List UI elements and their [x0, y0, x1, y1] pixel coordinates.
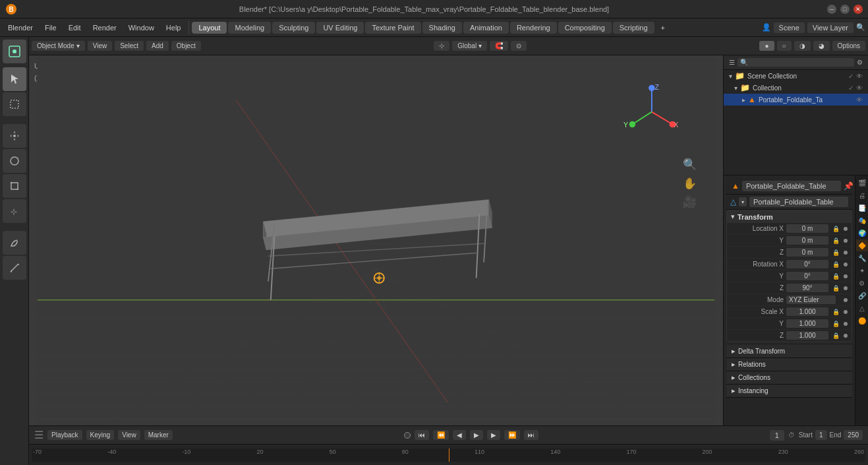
scale-y-dot[interactable] [844, 322, 848, 326]
scene-selector[interactable]: Scene [774, 22, 805, 33]
outliner-search-input[interactable]: 🔍 [738, 58, 854, 67]
tab-uv-editing[interactable]: UV Editing [316, 22, 364, 34]
loc-z-keyframe-dot[interactable] [844, 251, 848, 255]
start-frame[interactable]: 1 [815, 430, 827, 440]
playback-button[interactable]: Playback [47, 430, 82, 440]
playhead[interactable] [449, 449, 449, 462]
rotate-tool[interactable] [3, 149, 26, 173]
next-frame-button[interactable]: ▶ [487, 430, 500, 440]
collection-check-icon[interactable]: ✓ [848, 84, 854, 92]
view-menu[interactable]: View [88, 41, 113, 51]
loc-x-lock-icon[interactable]: 🔒 [832, 226, 840, 232]
tab-modeling[interactable]: Modeling [228, 22, 271, 34]
viewport-shading-wire[interactable]: ○ [777, 41, 792, 51]
minimize-button[interactable]: ─ [827, 5, 836, 14]
rot-x-dot[interactable] [844, 263, 848, 266]
move-tool[interactable] [3, 124, 26, 148]
marker-button[interactable]: Marker [144, 430, 173, 440]
current-frame[interactable]: 1 [770, 430, 784, 441]
menu-window[interactable]: Window [123, 22, 159, 33]
select-menu[interactable]: Select [115, 41, 144, 51]
jump-start-button[interactable]: ⏮ [415, 430, 429, 440]
location-y-value[interactable]: 0 m [786, 236, 828, 245]
viewport-shading-render[interactable]: ◕ [813, 41, 830, 51]
delta-transform-section[interactable]: ▸ Delta Transform [726, 345, 852, 358]
scale-z-lock-icon[interactable]: 🔒 [832, 332, 840, 339]
viewport-shading-solid[interactable]: ● [759, 41, 774, 51]
menu-file[interactable]: File [40, 22, 62, 33]
render-props-icon[interactable]: 🎬 [856, 177, 868, 189]
rot-y-lock-icon[interactable]: 🔒 [832, 273, 840, 280]
loc-x-keyframe-dot[interactable] [844, 227, 848, 231]
proportional-edit[interactable]: ⊙ [511, 41, 527, 51]
scale-z-value[interactable]: 1.000 [786, 331, 828, 340]
mode-dot[interactable] [844, 298, 848, 302]
object-menu[interactable]: Object [171, 41, 201, 51]
loc-y-lock-icon[interactable]: 🔒 [832, 237, 840, 244]
rot-x-lock-icon[interactable]: 🔒 [832, 261, 840, 268]
rotation-x-value[interactable]: 0° [786, 260, 828, 268]
menu-edit[interactable]: Edit [63, 22, 86, 33]
keying-button[interactable]: Keying [86, 430, 115, 440]
viewport-3d[interactable]: User Perspective (1) Collection | Portab… [29, 55, 723, 425]
tab-rendering[interactable]: Rendering [510, 22, 557, 34]
scale-x-value[interactable]: 1.000 [786, 307, 828, 316]
output-props-icon[interactable]: 🖨 [856, 189, 868, 201]
menu-blender[interactable]: Blender [3, 22, 38, 33]
collection-eye-icon[interactable]: 👁 [856, 84, 863, 92]
scale-x-lock-icon[interactable]: 🔒 [832, 309, 840, 315]
tab-shading[interactable]: Shading [422, 22, 462, 34]
jump-end-button[interactable]: ⏭ [524, 430, 538, 440]
tab-sculpting[interactable]: Sculpting [272, 22, 315, 34]
view-layer-selector[interactable]: View Layer [807, 22, 854, 33]
transform-tool[interactable]: ⊹ [3, 199, 26, 223]
scale-y-value[interactable]: 1.000 [786, 319, 828, 328]
end-frame[interactable]: 250 [844, 430, 863, 440]
box-select-tool[interactable] [3, 92, 26, 116]
object-item[interactable]: ▸ ▲ Portable_Foldable_Ta 👁 [724, 94, 868, 106]
rot-z-dot[interactable] [844, 286, 848, 290]
next-keyframe-button[interactable]: ⏩ [504, 430, 520, 440]
scale-y-lock-icon[interactable]: 🔒 [832, 321, 840, 327]
mode-switcher[interactable] [3, 40, 26, 63]
transform-pivot[interactable]: ⊹ [434, 41, 449, 51]
obj-data-name-input[interactable] [749, 197, 848, 207]
mode-dropdown[interactable]: XYZ Euler [786, 295, 836, 304]
rotation-z-value[interactable]: 90° [786, 284, 828, 292]
constraints-props-icon[interactable]: 🔗 [856, 290, 868, 301]
timeline-track[interactable]: -70 -40 -10 20 50 80 110 140 170 200 230… [32, 449, 865, 462]
collections-section[interactable]: ▸ Collections [726, 371, 852, 385]
obj-name-input[interactable] [742, 181, 841, 191]
pin-icon[interactable]: 📌 [844, 181, 854, 191]
tab-layout[interactable]: Layout [192, 22, 227, 34]
data-dropdown-icon[interactable]: ▾ [739, 197, 747, 206]
maximize-button[interactable]: □ [840, 5, 850, 14]
view-layer-props-icon[interactable]: 📑 [856, 202, 868, 214]
tab-scripting[interactable]: Scripting [613, 22, 654, 34]
object-data-props-icon[interactable]: △ [856, 302, 868, 314]
rot-z-lock-icon[interactable]: 🔒 [832, 285, 840, 292]
tab-animation[interactable]: Animation [463, 22, 509, 34]
measure-tool[interactable] [3, 256, 26, 280]
rotation-y-value[interactable]: 0° [786, 272, 828, 280]
visibility-icon[interactable]: ✓ [848, 73, 854, 80]
keyframe-dot[interactable] [404, 432, 411, 439]
viewport-shading-lk[interactable]: ◑ [794, 41, 811, 51]
scene-collection-item[interactable]: ▾ 📁 Scene Collection ✓ 👁 [724, 70, 868, 82]
scene-props-icon[interactable]: 🎭 [856, 214, 868, 226]
relations-section[interactable]: ▸ Relations [726, 358, 852, 371]
physics-props-icon[interactable]: ⚙ [856, 277, 868, 289]
close-button[interactable]: ✕ [854, 5, 863, 14]
eye-icon[interactable]: 👁 [856, 73, 863, 80]
material-props-icon[interactable]: 🟠 [856, 315, 868, 326]
global-transform[interactable]: Global ▾ [452, 41, 487, 51]
menu-render[interactable]: Render [88, 22, 122, 33]
options-button[interactable]: Options [832, 41, 865, 51]
annotate-tool[interactable] [3, 231, 26, 255]
tab-compositing[interactable]: Compositing [558, 22, 612, 34]
loc-z-lock-icon[interactable]: 🔒 [832, 249, 840, 256]
select-tool[interactable] [3, 67, 26, 91]
tab-texture-paint[interactable]: Texture Paint [365, 22, 420, 34]
scale-tool[interactable] [3, 174, 26, 198]
collection-item[interactable]: ▾ 📁 Collection ✓ 👁 [724, 82, 868, 94]
